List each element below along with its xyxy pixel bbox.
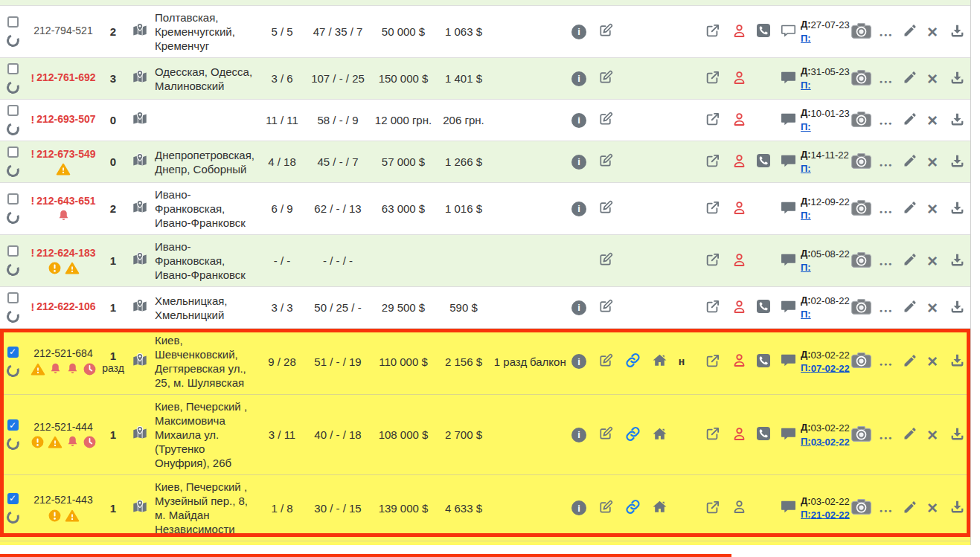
- camera-icon[interactable]: [851, 304, 871, 317]
- person-icon[interactable]: [731, 117, 747, 129]
- download-icon[interactable]: [949, 205, 965, 218]
- map-pin-icon[interactable]: [132, 431, 148, 444]
- link-icon[interactable]: [625, 358, 641, 370]
- map-pin-icon[interactable]: [132, 28, 148, 41]
- phone-icon[interactable]: [756, 158, 771, 170]
- link-icon[interactable]: [625, 431, 641, 444]
- map-pin-icon[interactable]: [132, 158, 148, 171]
- download-icon[interactable]: [949, 257, 965, 270]
- external-link-icon[interactable]: [705, 257, 720, 269]
- edit-icon[interactable]: [598, 205, 613, 217]
- object-id[interactable]: 212-521-684: [33, 348, 92, 360]
- edit-icon[interactable]: [598, 303, 613, 316]
- phone-icon[interactable]: [756, 303, 771, 316]
- info-icon[interactable]: [571, 300, 586, 315]
- download-icon[interactable]: [949, 75, 965, 88]
- more-actions-icon[interactable]: [880, 502, 894, 515]
- pencil-icon[interactable]: [903, 158, 917, 170]
- object-id[interactable]: 212-622-106: [36, 301, 95, 313]
- camera-icon[interactable]: [851, 205, 871, 218]
- person-icon[interactable]: [731, 28, 747, 41]
- person-icon[interactable]: [731, 358, 747, 370]
- person-icon[interactable]: [731, 257, 747, 270]
- delete-icon[interactable]: [927, 199, 938, 219]
- delete-icon[interactable]: [927, 425, 938, 445]
- object-id[interactable]: 212-643-651: [36, 195, 95, 207]
- comment-filled-icon[interactable]: [781, 116, 796, 129]
- camera-icon[interactable]: [851, 358, 871, 370]
- download-icon[interactable]: [949, 28, 965, 41]
- date-published-link[interactable]: П:: [801, 163, 811, 174]
- more-actions-icon[interactable]: [880, 429, 894, 442]
- status-ring-icon[interactable]: [4, 32, 21, 48]
- pencil-icon[interactable]: [903, 504, 917, 517]
- delete-icon[interactable]: [927, 498, 938, 518]
- more-actions-icon[interactable]: [880, 302, 894, 315]
- comment-filled-icon[interactable]: [781, 205, 796, 217]
- pencil-icon[interactable]: [903, 358, 917, 370]
- status-ring-icon[interactable]: [4, 162, 21, 178]
- date-published-link[interactable]: П:07-02-22: [801, 362, 850, 373]
- date-published-link[interactable]: П:: [801, 210, 811, 221]
- comment-filled-icon[interactable]: [781, 74, 796, 87]
- comment-filled-icon[interactable]: [781, 503, 796, 516]
- camera-icon[interactable]: [851, 431, 871, 444]
- date-published-link[interactable]: П:03-02-22: [801, 436, 850, 447]
- map-pin-icon[interactable]: [132, 257, 148, 270]
- download-icon[interactable]: [949, 117, 965, 129]
- camera-icon[interactable]: [851, 75, 871, 88]
- object-id[interactable]: 212-693-507: [36, 114, 95, 126]
- status-ring-icon[interactable]: [4, 308, 21, 324]
- row-checkbox[interactable]: [7, 292, 19, 303]
- phone-icon[interactable]: [756, 431, 771, 443]
- person-icon[interactable]: [731, 304, 747, 317]
- edit-icon[interactable]: [598, 504, 613, 517]
- date-published-link[interactable]: П:: [801, 121, 811, 132]
- download-icon[interactable]: [949, 504, 965, 517]
- home-icon[interactable]: [652, 431, 667, 444]
- status-ring-icon[interactable]: [4, 120, 21, 137]
- more-actions-icon[interactable]: [880, 203, 894, 216]
- external-link-icon[interactable]: [705, 28, 720, 40]
- comment-filled-icon[interactable]: [781, 357, 796, 370]
- camera-icon[interactable]: [851, 28, 871, 41]
- row-checkbox[interactable]: [7, 245, 19, 257]
- camera-icon[interactable]: [851, 504, 871, 517]
- edit-icon[interactable]: [598, 431, 613, 443]
- more-actions-icon[interactable]: [880, 115, 894, 127]
- download-icon[interactable]: [949, 304, 965, 317]
- person-icon[interactable]: [731, 205, 747, 218]
- delete-icon[interactable]: [927, 152, 938, 172]
- phone-icon[interactable]: [756, 28, 771, 40]
- row-checkbox[interactable]: [7, 16, 19, 28]
- comment-filled-icon[interactable]: [781, 431, 796, 443]
- info-icon[interactable]: [571, 202, 586, 216]
- external-link-icon[interactable]: [705, 303, 720, 316]
- info-icon[interactable]: [571, 500, 586, 515]
- external-link-icon[interactable]: [705, 205, 720, 217]
- edit-icon[interactable]: [598, 257, 613, 269]
- info-icon[interactable]: [571, 71, 586, 86]
- home-icon[interactable]: [652, 358, 667, 370]
- object-id[interactable]: 212-761-692: [36, 72, 95, 84]
- row-checkbox[interactable]: [7, 63, 19, 74]
- map-pin-icon[interactable]: [132, 75, 148, 88]
- edit-icon[interactable]: [598, 358, 613, 370]
- camera-icon[interactable]: [851, 158, 871, 171]
- person-icon[interactable]: [731, 158, 747, 171]
- pencil-icon[interactable]: [903, 116, 917, 129]
- camera-icon[interactable]: [851, 257, 871, 270]
- person-icon[interactable]: [731, 431, 747, 444]
- external-link-icon[interactable]: [705, 74, 720, 87]
- info-icon[interactable]: [571, 113, 586, 128]
- external-link-icon[interactable]: [705, 431, 720, 443]
- comment-filled-icon[interactable]: [781, 303, 796, 316]
- edit-icon[interactable]: [598, 28, 613, 40]
- delete-icon[interactable]: [927, 68, 938, 88]
- edit-icon[interactable]: [598, 116, 613, 129]
- map-pin-icon[interactable]: [132, 205, 148, 218]
- status-ring-icon[interactable]: [4, 362, 21, 379]
- row-checkbox[interactable]: [7, 347, 19, 358]
- download-icon[interactable]: [949, 158, 965, 171]
- link-icon[interactable]: [625, 504, 641, 517]
